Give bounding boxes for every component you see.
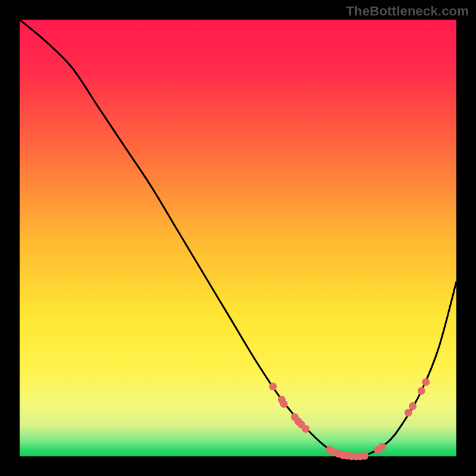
curve-marker (361, 452, 368, 460)
curve-marker (302, 425, 309, 433)
bottleneck-chart (0, 0, 476, 476)
curve-marker (280, 400, 288, 408)
curve-marker (405, 409, 412, 416)
curve-marker (378, 443, 386, 450)
chart-stage: TheBottleneck.com (0, 0, 476, 476)
curve-marker (269, 383, 277, 390)
watermark-text: TheBottleneck.com (346, 4, 469, 19)
curve-marker (422, 378, 430, 386)
curve-marker (418, 387, 425, 394)
curve-marker (409, 402, 416, 410)
